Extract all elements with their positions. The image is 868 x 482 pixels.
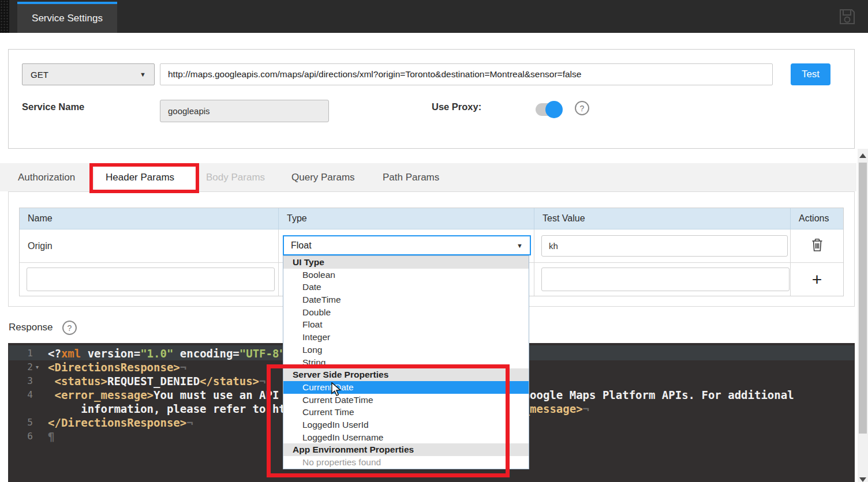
tab-header-params[interactable]: Header Params (106, 163, 174, 191)
dropdown-item-float[interactable]: Float (283, 318, 529, 331)
tab-query-params[interactable]: Query Params (291, 163, 355, 191)
table-row: Origin (20, 229, 279, 263)
page-title: Service Settings (32, 13, 103, 24)
dropdown-item-string[interactable]: String (283, 356, 529, 369)
use-proxy-label: Use Proxy: (432, 101, 481, 112)
line-number: 2 (8, 360, 33, 374)
panel-drag-strip (0, 0, 9, 33)
code-line-5: </DirectionsResponse>¬ (48, 416, 193, 430)
tab-path-params[interactable]: Path Params (383, 163, 439, 191)
service-name-input[interactable] (160, 100, 329, 122)
dropdown-item-integer[interactable]: Integer (283, 331, 529, 344)
new-test-value-input[interactable] (541, 268, 790, 291)
param-test-value-cell (534, 229, 791, 263)
save-button[interactable] (838, 7, 856, 26)
dropdown-item-loggedin-username[interactable]: LoggedIn Username (283, 431, 529, 444)
delete-param-button[interactable] (811, 238, 823, 254)
code-token: <? (48, 347, 61, 360)
use-proxy-toggle[interactable] (536, 101, 566, 118)
code-token: ¶ (48, 430, 54, 443)
dropdown-item-date[interactable]: Date (283, 281, 529, 293)
column-header-type: Type (279, 208, 534, 229)
dropdown-empty-message: No properties found (283, 456, 529, 469)
response-label: Response (9, 322, 53, 333)
question-mark-icon: ? (580, 104, 585, 113)
scrollbar-up-arrow[interactable] (859, 153, 866, 158)
service-name-label: Service Name (22, 101, 84, 112)
add-param-button[interactable]: + (812, 270, 822, 289)
dropdown-item-current-time[interactable]: Current Time (283, 406, 529, 419)
line-number: 4 (8, 388, 33, 402)
code-token: ¬ (180, 361, 186, 374)
toggle-thumb (545, 101, 563, 118)
code-token: ¬ (583, 402, 589, 415)
scrollbar-down-arrow[interactable] (859, 477, 866, 482)
proxy-help-icon[interactable]: ? (575, 101, 589, 115)
code-line-6: ¶ (48, 430, 54, 443)
code-token: ¬ (186, 416, 193, 429)
new-param-name-input[interactable] (27, 268, 275, 291)
table-row (20, 263, 279, 296)
chevron-down-icon: ▼ (140, 71, 146, 78)
chevron-down-icon: ▼ (517, 242, 523, 249)
dropdown-item-loggedin-userid[interactable]: LoggedIn UserId (283, 419, 529, 431)
code-line-2: <DirectionsResponse>¬ (48, 360, 186, 374)
code-token: "UTF-8" (240, 347, 286, 360)
column-header-actions: Actions (791, 208, 843, 229)
new-param-test-value-cell (534, 263, 791, 296)
scrollbar-thumb[interactable] (859, 163, 867, 434)
code-token: REQUEST_DENIED (107, 375, 200, 387)
http-method-value: GET (31, 70, 48, 80)
service-url-input[interactable] (160, 63, 773, 85)
line-number: 6 (8, 430, 33, 443)
code-line-3: <status>REQUEST_DENIED</status>¬ (48, 374, 266, 388)
new-param-actions-cell: + (791, 263, 843, 296)
code-token: "1.0" (140, 347, 173, 360)
line-number: 5 (8, 416, 33, 430)
dropdown-group-server-side-properties: Server Side Properties (283, 368, 529, 381)
save-icon (838, 7, 856, 26)
response-help-icon[interactable]: ? (62, 321, 77, 335)
code-token: encoding= (173, 347, 239, 360)
dropdown-item-long[interactable]: Long (283, 344, 529, 356)
code-line-1: <?xml version="1.0" encoding="UTF-8"?> (48, 347, 299, 360)
column-header-test-value: Test Value (534, 208, 791, 229)
dropdown-item-boolean[interactable]: Boolean (283, 269, 529, 281)
dropdown-group-app-environment-properties: App Environment Properties (283, 443, 529, 456)
code-token: </status> (200, 375, 259, 387)
dropdown-group-ui-type: UI Type (283, 256, 529, 269)
code-token: <error_message> (48, 389, 154, 401)
line-number: 3 (8, 374, 33, 388)
param-name-value: Origin (28, 241, 53, 251)
dropdown-item-double[interactable]: Double (283, 306, 529, 319)
dropdown-item-datetime[interactable]: DateTime (283, 293, 529, 306)
tab-body-params[interactable]: Body Params (206, 163, 265, 191)
type-dropdown-list: UI Type Boolean Date DateTime Double Flo… (283, 255, 529, 469)
question-mark-icon: ? (68, 323, 72, 333)
code-token: version= (81, 347, 140, 360)
param-type-select[interactable]: Float ▼ (283, 235, 531, 255)
param-actions-cell (791, 229, 843, 263)
dropdown-item-current-date[interactable]: Current Date (283, 381, 529, 394)
fold-arrow-icon[interactable]: ▾ (36, 360, 39, 374)
tab-authorization[interactable]: Authorization (18, 163, 75, 191)
code-token: xml (61, 347, 81, 360)
column-header-name: Name (20, 208, 279, 229)
http-method-select[interactable]: GET ▼ (22, 63, 155, 85)
dropdown-item-current-datetime[interactable]: Current DateTime (283, 394, 529, 406)
mouse-cursor (331, 382, 343, 400)
top-bar: Service Settings (0, 0, 868, 33)
code-token: <DirectionsResponse> (48, 361, 180, 374)
code-token: </DirectionsResponse> (48, 416, 186, 429)
test-value-input[interactable] (541, 235, 788, 257)
line-number: 1 (8, 347, 33, 360)
test-button[interactable]: Test (791, 63, 830, 85)
trash-icon (811, 238, 823, 252)
code-token: ¬ (259, 375, 265, 387)
code-token: <status> (48, 375, 107, 387)
tab-service-settings[interactable]: Service Settings (17, 2, 117, 33)
param-type-value: Float (291, 240, 312, 251)
